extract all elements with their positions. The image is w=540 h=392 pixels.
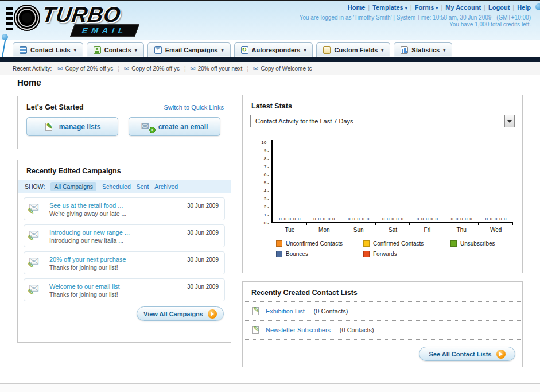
legend-item: Forwards [363,251,450,257]
campaign-row[interactable]: ✉✎ 20% off your next purchase Thanks for… [24,251,225,274]
switch-quick-links-link[interactable]: Switch to Quick Links [164,104,224,111]
legend-item: Unconfirmed Contacts [276,240,363,247]
statistics-icon [401,46,408,54]
legend-item: Confirmed Contacts [363,240,450,247]
recent-activity-label: Recent Activity: [13,65,52,72]
chevron-down-icon [504,115,514,127]
tab-label: Autoresponders [252,46,301,53]
create-email-button[interactable]: ✉+ create an email [129,117,220,136]
tab-statistics[interactable]: Statistics ▾ [394,42,452,57]
filter-all-campaigns[interactable]: All Campaigns [50,182,96,191]
campaign-row[interactable]: ✉✎ Introducing our new range ... Introdu… [24,224,225,247]
tab-label: Contact Lists [30,46,71,53]
contact-list-row[interactable]: ✎ Exhibition List - (0 Contacts) [244,302,521,321]
campaign-date: 30 Jun 2009 [187,230,219,236]
recent-activity-item[interactable]: ✉ Copy of Welcome tc [253,65,312,72]
contacts-icon [94,46,101,54]
top-nav: Home|Templates ▾|Forms ▾|My Account|Logo… [348,4,531,11]
campaign-row[interactable]: ✉✎ Welcome to our email list Thanks for … [24,278,225,301]
tab-label: Contacts [104,46,131,53]
app-logo[interactable]: TURBO EMAIL [6,3,121,31]
chart-xlabels: TueMonSunSatFriThuWed [273,225,513,233]
manage-lists-button[interactable]: ✎ manage lists [26,117,118,136]
tab-email-campaigns[interactable]: Email Campaigns ▾ [147,42,231,57]
filter-archived[interactable]: Archived [154,183,178,190]
campaign-title-link[interactable]: Welcome to our email list [49,283,120,290]
arrow-right-icon [496,350,506,359]
nav-link-forms[interactable]: Forms [415,4,434,11]
campaign-date: 30 Jun 2009 [187,284,219,290]
forms-dropdown-icon: ▾ [436,6,438,11]
tab-custom-fields[interactable]: Custom Fields ▾ [316,42,390,57]
contact-list-link[interactable]: Exhibition List [266,308,305,315]
pencil-pad-icon: ✎ [44,122,55,131]
recent-activity-item[interactable]: ✉ 20% off your next [191,65,243,72]
chevron-down-icon: ▾ [74,48,76,53]
nav-link-my-account[interactable]: My Account [445,4,481,11]
logo-email-text: EMAIL [81,26,128,35]
envelope-pencil-icon: ✉✎ [29,201,45,216]
chevron-down-icon: ▾ [221,48,223,53]
view-all-campaigns-button[interactable]: View All Campaigns [137,306,224,321]
campaign-title-link[interactable]: 20% off your next purchase [49,256,126,263]
envelope-icon: ✉ [191,65,196,72]
decorative-dot-right [535,3,540,10]
envelope-pencil-icon: ✉✎ [29,255,45,270]
chart-plot-area: 00000000000000000000000000000000000 [271,140,513,223]
campaign-row[interactable]: ✉✎ See us at the retail food ... We're g… [24,197,225,220]
logo-text: TURBO EMAIL [42,3,121,26]
recent-activity-item[interactable]: ✉ Copy of 20% off yc [57,65,113,72]
chevron-down-icon: ▾ [304,48,306,53]
arrow-right-icon [208,309,217,319]
nav-link-help[interactable]: Help [517,4,531,11]
get-started-buttons: ✎ manage lists ✉+ create an email [18,116,231,136]
chevron-down-icon: ▾ [135,48,137,53]
see-all-contact-lists-button[interactable]: See All Contact Lists [419,347,515,361]
logo-speed-lines-icon [6,7,13,31]
contact-list-count: - (0 Contacts) [336,327,374,333]
templates-dropdown-icon: ▾ [405,6,407,11]
stats-period-select[interactable]: Contact Activity for the Last 7 Days [250,115,515,127]
tab-label: Statistics [411,46,440,53]
chevron-down-icon: ▾ [443,48,445,53]
filter-scheduled[interactable]: Scheduled [102,183,131,190]
stats-chart: 10 -9 -8 -7 -6 -5 -4 -3 -2 -1 -0 - 00000… [259,140,513,233]
campaign-title-link[interactable]: See us at the retail food ... [49,202,126,209]
envelope-icon: ✉ [124,65,129,72]
latest-stats-title: Latest Stats [243,95,522,115]
envelope-icon: ✉ [57,65,63,72]
pencil-pad-icon: ✎ [251,325,261,335]
chart-x-ticks [273,223,513,225]
envelope-pencil-icon: ✉✎ [29,228,45,243]
envelope-icon: ✉ [253,65,258,72]
campaigns-filter-bar: SHOW: All Campaigns Scheduled Sent Archi… [18,180,231,193]
recent-activity-item[interactable]: ✉ Copy of 20% off yc [124,65,180,72]
filter-sent[interactable]: Sent [137,183,149,190]
chevron-down-icon: ▾ [381,48,383,53]
tab-contact-lists[interactable]: Contact Lists ▾ [13,42,83,57]
footer-divider [0,383,540,392]
tab-label: Custom Fields [334,46,378,53]
tab-autoresponders[interactable]: Autoresponders ▾ [234,42,313,57]
nav-link-logout[interactable]: Logout [488,4,510,11]
campaigns-title: Recently Edited Campaigns [18,160,231,180]
nav-link-templates[interactable]: Templates [372,4,403,11]
email-campaigns-icon [154,46,162,54]
campaign-subtitle: Introducing our new Italia ... [49,237,130,244]
chart-groups: 00000000000000000000000000000000000 [273,216,513,222]
campaigns-panel: Recently Edited Campaigns SHOW: All Camp… [17,160,231,343]
contact-list-link[interactable]: Newsletter Subscribers [266,327,331,333]
campaign-title-link[interactable]: Introducing our new range ... [49,229,130,236]
contact-list-row[interactable]: ✎ Newsletter Subscribers - (0 Contacts) [244,321,521,340]
page-title: Home [17,77,41,87]
campaign-subtitle: We're giving away our late ... [49,210,126,217]
nav-link-home[interactable]: Home [348,4,366,11]
nav-divider-bar [0,57,540,62]
main-nav-tabs: Contact Lists ▾ Contacts ▾ Email Campaig… [13,42,452,57]
header: TURBO EMAIL Home|Templates ▾|Forms ▾|My … [0,1,540,40]
tab-contacts[interactable]: Contacts ▾ [87,42,144,57]
logo-speedometer-icon [14,5,40,31]
credits-info: You have 1,000 total credits left. [449,21,531,28]
stats-period-value: Contact Activity for the Last 7 Days [251,118,504,125]
chart-legend: Unconfirmed ContactsConfirmed ContactsUn… [276,240,540,257]
